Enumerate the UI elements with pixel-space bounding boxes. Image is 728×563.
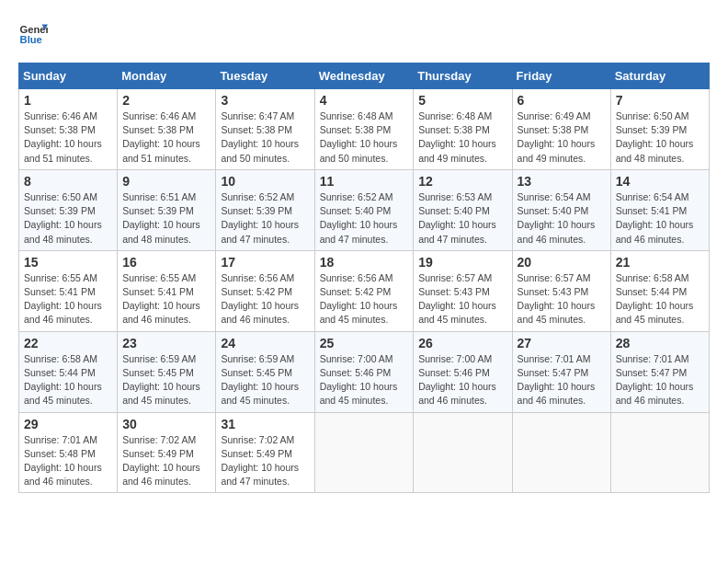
day-number: 10 (221, 174, 309, 189)
svg-text:Blue: Blue (20, 34, 42, 45)
day-number: 7 (616, 93, 704, 108)
calendar-cell: 3Sunrise: 6:47 AMSunset: 5:38 PMDaylight… (216, 89, 314, 170)
day-info: Sunrise: 6:59 AMSunset: 5:45 PMDaylight:… (221, 352, 309, 408)
day-info: Sunrise: 6:54 AMSunset: 5:40 PMDaylight:… (518, 190, 606, 247)
day-info: Sunrise: 6:55 AMSunset: 5:41 PMDaylight:… (24, 271, 112, 327)
calendar-cell: 27Sunrise: 7:01 AMSunset: 5:47 PMDayligh… (512, 331, 610, 412)
day-number: 15 (24, 255, 112, 270)
day-number: 21 (616, 255, 704, 270)
calendar-cell: 24Sunrise: 6:59 AMSunset: 5:45 PMDayligh… (216, 331, 314, 412)
day-number: 9 (122, 174, 210, 189)
day-number: 30 (122, 417, 210, 431)
calendar-week-row: 15Sunrise: 6:55 AMSunset: 5:41 PMDayligh… (19, 250, 710, 331)
calendar-week-row: 1Sunrise: 6:46 AMSunset: 5:38 PMDaylight… (19, 89, 710, 170)
calendar-cell: 30Sunrise: 7:02 AMSunset: 5:49 PMDayligh… (118, 412, 216, 493)
day-info: Sunrise: 7:01 AMSunset: 5:47 PMDaylight:… (616, 352, 704, 408)
day-number: 2 (122, 93, 210, 108)
day-number: 29 (24, 417, 112, 431)
day-info: Sunrise: 6:48 AMSunset: 5:38 PMDaylight:… (320, 109, 409, 166)
day-info: Sunrise: 7:02 AMSunset: 5:49 PMDaylight:… (122, 433, 210, 489)
calendar-cell: 5Sunrise: 6:48 AMSunset: 5:38 PMDaylight… (414, 89, 512, 170)
calendar-cell: 18Sunrise: 6:56 AMSunset: 5:42 PMDayligh… (314, 250, 414, 331)
day-info: Sunrise: 6:58 AMSunset: 5:44 PMDaylight:… (616, 271, 704, 327)
day-info: Sunrise: 6:56 AMSunset: 5:42 PMDaylight:… (320, 271, 409, 327)
calendar-cell: 6Sunrise: 6:49 AMSunset: 5:38 PMDaylight… (512, 89, 610, 170)
calendar-cell: 28Sunrise: 7:01 AMSunset: 5:47 PMDayligh… (610, 331, 709, 412)
calendar-cell (512, 412, 610, 493)
day-info: Sunrise: 6:57 AMSunset: 5:43 PMDaylight:… (418, 271, 506, 327)
day-number: 31 (221, 417, 309, 431)
day-info: Sunrise: 7:02 AMSunset: 5:49 PMDaylight:… (221, 433, 309, 489)
weekday-header-sunday: Sunday (19, 63, 118, 89)
day-number: 24 (221, 336, 309, 350)
day-info: Sunrise: 6:52 AMSunset: 5:39 PMDaylight:… (221, 190, 309, 247)
day-info: Sunrise: 6:50 AMSunset: 5:39 PMDaylight:… (616, 109, 704, 166)
day-info: Sunrise: 6:51 AMSunset: 5:39 PMDaylight:… (122, 190, 210, 247)
calendar-cell: 1Sunrise: 6:46 AMSunset: 5:38 PMDaylight… (19, 89, 118, 170)
calendar-cell: 10Sunrise: 6:52 AMSunset: 5:39 PMDayligh… (216, 169, 314, 250)
calendar-cell: 14Sunrise: 6:54 AMSunset: 5:41 PMDayligh… (610, 169, 709, 250)
calendar-cell: 7Sunrise: 6:50 AMSunset: 5:39 PMDaylight… (610, 89, 709, 170)
calendar-cell: 31Sunrise: 7:02 AMSunset: 5:49 PMDayligh… (216, 412, 314, 493)
calendar-cell: 22Sunrise: 6:58 AMSunset: 5:44 PMDayligh… (19, 331, 118, 412)
page-header: General Blue (18, 18, 710, 48)
day-number: 12 (418, 174, 506, 189)
calendar-cell: 11Sunrise: 6:52 AMSunset: 5:40 PMDayligh… (314, 169, 414, 250)
day-info: Sunrise: 6:52 AMSunset: 5:40 PMDaylight:… (320, 190, 409, 247)
day-number: 8 (24, 174, 112, 189)
weekday-header-saturday: Saturday (610, 63, 709, 89)
day-info: Sunrise: 6:47 AMSunset: 5:38 PMDaylight:… (221, 109, 309, 166)
day-number: 13 (518, 174, 606, 189)
weekday-header-tuesday: Tuesday (216, 63, 314, 89)
day-info: Sunrise: 7:00 AMSunset: 5:46 PMDaylight:… (320, 352, 409, 408)
day-number: 18 (320, 255, 409, 270)
day-info: Sunrise: 7:00 AMSunset: 5:46 PMDaylight:… (418, 352, 506, 408)
day-info: Sunrise: 6:48 AMSunset: 5:38 PMDaylight:… (418, 109, 506, 166)
calendar-cell: 17Sunrise: 6:56 AMSunset: 5:42 PMDayligh… (216, 250, 314, 331)
calendar-cell: 12Sunrise: 6:53 AMSunset: 5:40 PMDayligh… (414, 169, 512, 250)
day-number: 26 (418, 336, 506, 350)
calendar-week-row: 8Sunrise: 6:50 AMSunset: 5:39 PMDaylight… (19, 169, 710, 250)
calendar-cell: 8Sunrise: 6:50 AMSunset: 5:39 PMDaylight… (19, 169, 118, 250)
weekday-header-wednesday: Wednesday (314, 63, 414, 89)
calendar-cell: 25Sunrise: 7:00 AMSunset: 5:46 PMDayligh… (314, 331, 414, 412)
calendar-cell (610, 412, 709, 493)
logo: General Blue (18, 18, 51, 48)
calendar-cell: 20Sunrise: 6:57 AMSunset: 5:43 PMDayligh… (512, 250, 610, 331)
day-number: 16 (122, 255, 210, 270)
day-number: 28 (616, 336, 704, 350)
day-info: Sunrise: 6:56 AMSunset: 5:42 PMDaylight:… (221, 271, 309, 327)
day-info: Sunrise: 6:54 AMSunset: 5:41 PMDaylight:… (616, 190, 704, 247)
calendar-cell: 16Sunrise: 6:55 AMSunset: 5:41 PMDayligh… (118, 250, 216, 331)
calendar-cell (314, 412, 414, 493)
calendar-cell: 19Sunrise: 6:57 AMSunset: 5:43 PMDayligh… (414, 250, 512, 331)
day-number: 23 (122, 336, 210, 350)
calendar-cell: 23Sunrise: 6:59 AMSunset: 5:45 PMDayligh… (118, 331, 216, 412)
calendar-week-row: 29Sunrise: 7:01 AMSunset: 5:48 PMDayligh… (19, 412, 710, 493)
calendar-cell: 13Sunrise: 6:54 AMSunset: 5:40 PMDayligh… (512, 169, 610, 250)
day-info: Sunrise: 7:01 AMSunset: 5:47 PMDaylight:… (518, 352, 606, 408)
calendar-cell: 2Sunrise: 6:46 AMSunset: 5:38 PMDaylight… (118, 89, 216, 170)
day-number: 5 (418, 93, 506, 108)
day-info: Sunrise: 6:57 AMSunset: 5:43 PMDaylight:… (518, 271, 606, 327)
calendar-cell: 21Sunrise: 6:58 AMSunset: 5:44 PMDayligh… (610, 250, 709, 331)
calendar-table: SundayMondayTuesdayWednesdayThursdayFrid… (18, 63, 710, 493)
day-info: Sunrise: 7:01 AMSunset: 5:48 PMDaylight:… (24, 433, 112, 489)
calendar-cell: 26Sunrise: 7:00 AMSunset: 5:46 PMDayligh… (414, 331, 512, 412)
day-number: 25 (320, 336, 409, 350)
calendar-cell: 29Sunrise: 7:01 AMSunset: 5:48 PMDayligh… (19, 412, 118, 493)
day-info: Sunrise: 6:49 AMSunset: 5:38 PMDaylight:… (518, 109, 606, 166)
calendar-cell: 4Sunrise: 6:48 AMSunset: 5:38 PMDaylight… (314, 89, 414, 170)
day-number: 22 (24, 336, 112, 350)
day-info: Sunrise: 6:46 AMSunset: 5:38 PMDaylight:… (122, 109, 210, 166)
calendar-cell: 15Sunrise: 6:55 AMSunset: 5:41 PMDayligh… (19, 250, 118, 331)
weekday-header-monday: Monday (118, 63, 216, 89)
calendar-header-row: SundayMondayTuesdayWednesdayThursdayFrid… (19, 63, 710, 89)
day-number: 19 (418, 255, 506, 270)
day-number: 20 (518, 255, 606, 270)
weekday-header-thursday: Thursday (414, 63, 512, 89)
calendar-cell: 9Sunrise: 6:51 AMSunset: 5:39 PMDaylight… (118, 169, 216, 250)
day-info: Sunrise: 6:55 AMSunset: 5:41 PMDaylight:… (122, 271, 210, 327)
day-number: 17 (221, 255, 309, 270)
day-info: Sunrise: 6:59 AMSunset: 5:45 PMDaylight:… (122, 352, 210, 408)
